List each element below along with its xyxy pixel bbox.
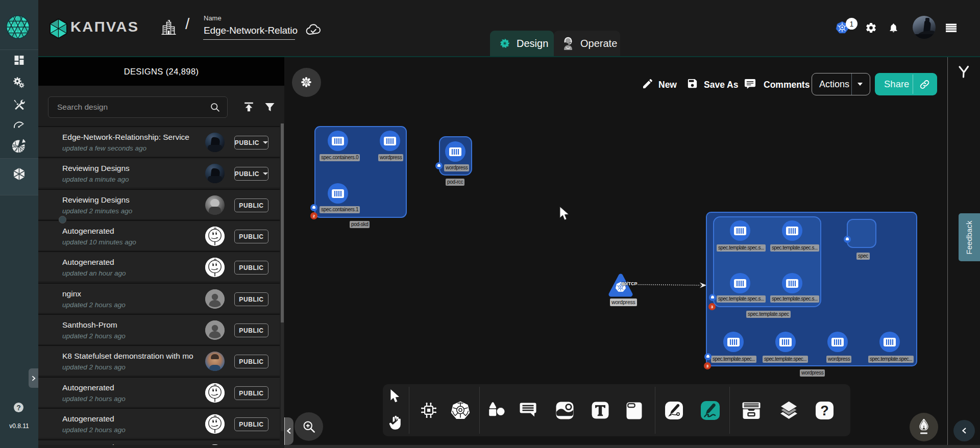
svg-text:?: ? xyxy=(820,403,829,418)
